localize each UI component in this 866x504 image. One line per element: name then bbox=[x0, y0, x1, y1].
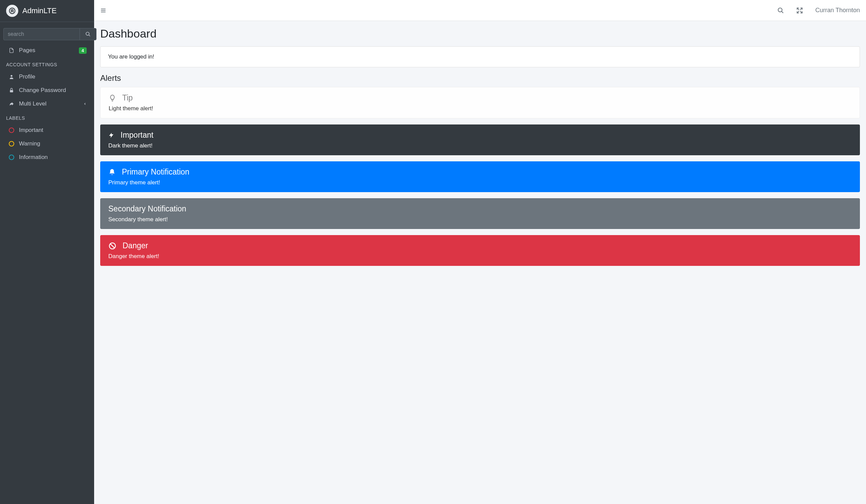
topbar: Curran Thornton bbox=[94, 0, 866, 21]
nav-label: Information bbox=[19, 154, 87, 161]
file-icon bbox=[8, 47, 15, 54]
nav-header-labels: LABELS bbox=[0, 111, 94, 124]
content: Dashboard You are logged in! Alerts Tip … bbox=[94, 21, 866, 504]
bell-icon bbox=[108, 168, 116, 176]
nav-item-pages[interactable]: Pages 4 bbox=[3, 44, 91, 57]
menu-toggle-button[interactable] bbox=[100, 8, 106, 13]
alert-title: Secondary Notification bbox=[108, 204, 186, 214]
user-menu[interactable]: Curran Thornton bbox=[815, 7, 860, 14]
svg-line-2 bbox=[89, 35, 90, 36]
svg-point-1 bbox=[86, 32, 89, 35]
nav-label: Warning bbox=[19, 140, 87, 147]
nav-badge: 4 bbox=[79, 47, 87, 54]
lock-icon bbox=[8, 87, 15, 93]
alert-body: Secondary theme alert! bbox=[108, 216, 852, 223]
alert-important: Important Dark theme alert! bbox=[100, 125, 860, 155]
nav-item-change-password[interactable]: Change Password bbox=[3, 83, 91, 97]
logged-in-card: You are logged in! bbox=[100, 46, 860, 67]
alert-primary: Primary Notification Primary theme alert… bbox=[100, 161, 860, 192]
nav-label-important[interactable]: Important bbox=[3, 124, 91, 137]
alert-body: Dark theme alert! bbox=[108, 142, 852, 149]
lightbulb-icon bbox=[109, 94, 116, 103]
nav-label: Profile bbox=[19, 73, 87, 80]
alerts-heading: Alerts bbox=[100, 73, 860, 83]
sidebar: AdminLTE Pages 4 ACCOUNT SETTINGS Profil… bbox=[0, 0, 94, 504]
circle-icon bbox=[8, 141, 15, 147]
alert-body: Light theme alert! bbox=[109, 105, 852, 112]
alert-danger: Danger Danger theme alert! bbox=[100, 235, 860, 266]
chevron-left-icon bbox=[83, 102, 87, 106]
nav-label-warning[interactable]: Warning bbox=[3, 137, 91, 150]
circle-icon bbox=[8, 154, 15, 160]
circle-icon bbox=[8, 127, 15, 133]
search-icon[interactable] bbox=[777, 7, 784, 14]
alert-secondary: Secondary Notification Secondary theme a… bbox=[100, 198, 860, 229]
alert-title: Tip bbox=[122, 93, 133, 103]
search-input[interactable] bbox=[3, 28, 80, 40]
share-icon bbox=[8, 101, 15, 107]
main: Curran Thornton Dashboard You are logged… bbox=[94, 0, 866, 504]
nav-account: Profile Change Password Multi Level bbox=[0, 70, 94, 111]
svg-line-15 bbox=[110, 243, 115, 248]
alert-title: Important bbox=[121, 130, 153, 140]
nav-label: Important bbox=[19, 127, 87, 134]
brand-link[interactable]: AdminLTE bbox=[0, 0, 94, 22]
nav-labels: Important Warning Information bbox=[0, 124, 94, 164]
alert-title: Primary Notification bbox=[122, 168, 189, 176]
alert-title: Danger bbox=[123, 241, 148, 250]
nav-item-multi-level[interactable]: Multi Level bbox=[3, 97, 91, 111]
nav-label: Change Password bbox=[19, 87, 87, 94]
svg-point-8 bbox=[778, 8, 782, 12]
alert-body: Primary theme alert! bbox=[108, 179, 852, 186]
nav-label: Pages bbox=[19, 47, 79, 54]
svg-point-3 bbox=[11, 75, 12, 77]
nav-header-account: ACCOUNT SETTINGS bbox=[0, 57, 94, 70]
svg-line-9 bbox=[782, 11, 784, 13]
page-title: Dashboard bbox=[100, 27, 860, 40]
sidebar-search bbox=[0, 22, 94, 44]
user-icon bbox=[8, 74, 15, 80]
alert-tip: Tip Light theme alert! bbox=[100, 87, 860, 118]
bolt-icon bbox=[108, 131, 114, 140]
nav-label-information[interactable]: Information bbox=[3, 150, 91, 164]
alert-body: Danger theme alert! bbox=[108, 253, 852, 260]
brand-name: AdminLTE bbox=[22, 7, 57, 15]
fullscreen-icon[interactable] bbox=[796, 7, 803, 14]
nav-item-profile[interactable]: Profile bbox=[3, 70, 91, 83]
nav-main: Pages 4 bbox=[0, 44, 94, 57]
nav-label: Multi Level bbox=[19, 101, 83, 107]
ban-icon bbox=[108, 242, 116, 250]
svg-rect-4 bbox=[10, 90, 13, 92]
brand-logo-icon bbox=[6, 5, 18, 17]
logged-in-text: You are logged in! bbox=[108, 54, 154, 60]
